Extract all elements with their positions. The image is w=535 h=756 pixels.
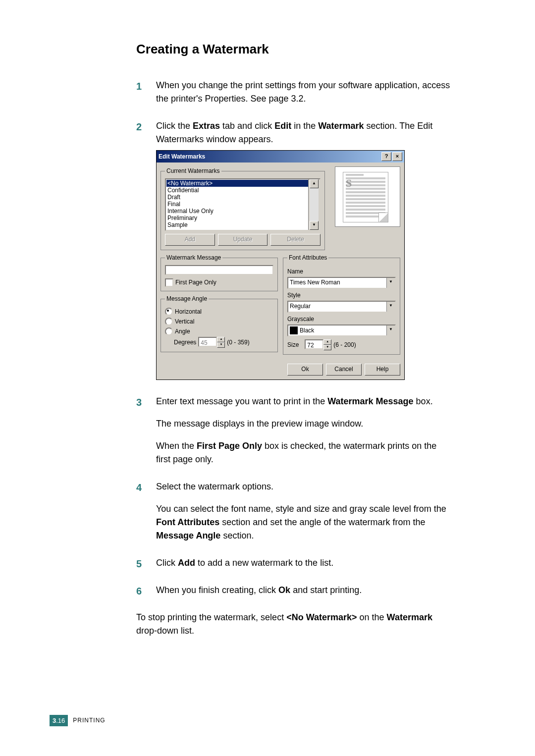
list-item[interactable]: Sample bbox=[166, 221, 319, 228]
step-text: Enter text message you want to print in … bbox=[156, 396, 433, 406]
preview-watermark-letter: S bbox=[346, 175, 352, 191]
list-item[interactable]: Draft bbox=[166, 194, 319, 201]
vertical-radio[interactable]: Vertical bbox=[165, 317, 273, 326]
spin-up-icon[interactable]: ▲ bbox=[217, 337, 225, 342]
step-sub: You can select the font name, style and … bbox=[156, 502, 453, 542]
radio-icon[interactable] bbox=[165, 308, 173, 316]
dialog-titlebar: Edit Watermarks ? × bbox=[157, 151, 404, 162]
delete-button[interactable]: Delete bbox=[270, 234, 321, 246]
footer-label: PRINTING bbox=[73, 716, 105, 725]
watermark-message-group: Watermark Message First Page Only bbox=[160, 253, 278, 291]
add-button[interactable]: Add bbox=[165, 234, 215, 246]
checkbox-icon[interactable] bbox=[165, 278, 173, 287]
step-number: 1 bbox=[136, 79, 142, 94]
step-number: 2 bbox=[136, 119, 142, 134]
step-number: 4 bbox=[136, 480, 142, 495]
step-text: Select the watermark options. bbox=[156, 482, 273, 491]
step-text: When you finish creating, click Ok and s… bbox=[156, 585, 362, 595]
spin-down-icon[interactable]: ▼ bbox=[323, 345, 331, 350]
step-text: Click the Extras tab and click Edit in t… bbox=[156, 121, 432, 144]
angle-radio[interactable]: Angle bbox=[165, 327, 273, 336]
first-page-checkbox[interactable]: First Page Only bbox=[165, 278, 273, 287]
step-text: Click Add to add a new watermark to the … bbox=[156, 558, 333, 568]
watermark-listbox[interactable]: <No Watermark> Confidential Draft Final … bbox=[165, 178, 321, 231]
dialog-screenshot: Edit Watermarks ? × Current Watermarks <… bbox=[156, 150, 453, 380]
ok-button[interactable]: Ok bbox=[287, 364, 323, 376]
page-fold-icon bbox=[378, 213, 388, 222]
watermark-message-input[interactable] bbox=[165, 265, 273, 275]
step-number: 3 bbox=[136, 395, 142, 410]
watermark-preview: S bbox=[335, 166, 400, 227]
color-swatch bbox=[290, 326, 298, 334]
step-1: 1 When you change the print settings fro… bbox=[136, 79, 453, 106]
scrollbar[interactable]: ▲ ▼ bbox=[308, 179, 320, 230]
step-4: 4 Select the watermark options. You can … bbox=[136, 480, 453, 542]
step-sub: When the First Page Only box is checked,… bbox=[156, 439, 453, 466]
step-6: 6 When you finish creating, click Ok and… bbox=[136, 584, 453, 597]
size-stepper[interactable]: 72 ▲▼ bbox=[305, 339, 331, 350]
cancel-button[interactable]: Cancel bbox=[326, 364, 362, 376]
dropdown-icon[interactable]: ▼ bbox=[386, 278, 395, 288]
close-icon[interactable]: × bbox=[392, 152, 402, 161]
list-item[interactable]: Internal Use Only bbox=[166, 208, 319, 215]
radio-icon[interactable] bbox=[165, 318, 173, 325]
step-2: 2 Click the Extras tab and click Edit in… bbox=[136, 119, 453, 380]
message-angle-group: Message Angle Horizontal Vertical Angle … bbox=[160, 294, 278, 352]
list-item[interactable]: Final bbox=[166, 201, 319, 208]
grayscale-select[interactable]: Black▼ bbox=[287, 324, 396, 336]
list-item[interactable]: Preliminary bbox=[166, 215, 319, 221]
scroll-up-icon[interactable]: ▲ bbox=[310, 179, 319, 188]
spin-up-icon[interactable]: ▲ bbox=[323, 339, 331, 345]
step-text: When you change the print settings from … bbox=[156, 80, 450, 104]
scroll-down-icon[interactable]: ▼ bbox=[310, 221, 319, 230]
edit-watermarks-dialog: Edit Watermarks ? × Current Watermarks <… bbox=[156, 150, 405, 380]
help-icon[interactable]: ? bbox=[381, 152, 391, 161]
list-item[interactable]: Confidential bbox=[166, 187, 319, 194]
tail-paragraph: To stop printing the watermark, select <… bbox=[136, 611, 453, 638]
font-attributes-group: Font Attributes Name Times New Roman▼ St… bbox=[283, 253, 400, 355]
step-3: 3 Enter text message you want to print i… bbox=[136, 395, 453, 466]
step-sub: The message displays in the preview imag… bbox=[156, 417, 453, 431]
degrees-stepper[interactable]: 45 ▲▼ bbox=[198, 337, 225, 348]
step-5: 5 Click Add to add a new watermark to th… bbox=[136, 556, 453, 570]
horizontal-radio[interactable]: Horizontal bbox=[165, 307, 273, 316]
page-footer: 3.16 PRINTING bbox=[50, 715, 106, 727]
current-watermarks-group: Current Watermarks <No Watermark> Confid… bbox=[160, 166, 325, 250]
dropdown-icon[interactable]: ▼ bbox=[386, 302, 395, 312]
dialog-title: Edit Watermarks bbox=[159, 152, 380, 161]
font-name-select[interactable]: Times New Roman▼ bbox=[287, 277, 396, 289]
list-item[interactable]: <No Watermark> bbox=[166, 180, 319, 187]
update-button[interactable]: Update bbox=[218, 234, 268, 246]
step-number: 6 bbox=[136, 584, 142, 598]
radio-icon[interactable] bbox=[165, 327, 173, 335]
font-style-select[interactable]: Regular▼ bbox=[287, 301, 396, 313]
spin-down-icon[interactable]: ▼ bbox=[217, 342, 225, 348]
page-number-box: 3.16 bbox=[50, 715, 68, 727]
dropdown-icon[interactable]: ▼ bbox=[386, 325, 395, 335]
help-button[interactable]: Help bbox=[365, 364, 400, 376]
step-number: 5 bbox=[136, 556, 142, 571]
steps-list: 1 When you change the print settings fro… bbox=[136, 79, 453, 597]
page-title: Creating a Watermark bbox=[136, 40, 453, 59]
